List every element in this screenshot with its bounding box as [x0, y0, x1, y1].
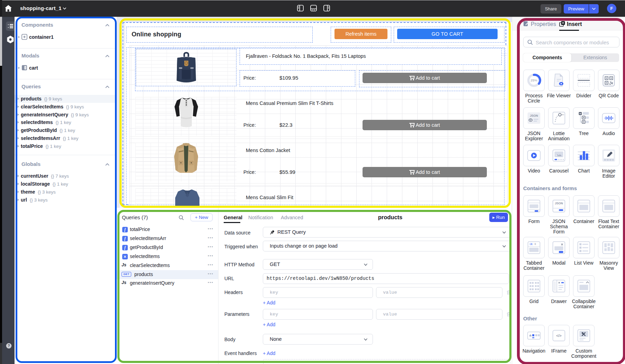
svg-text:?: ? [8, 344, 10, 348]
